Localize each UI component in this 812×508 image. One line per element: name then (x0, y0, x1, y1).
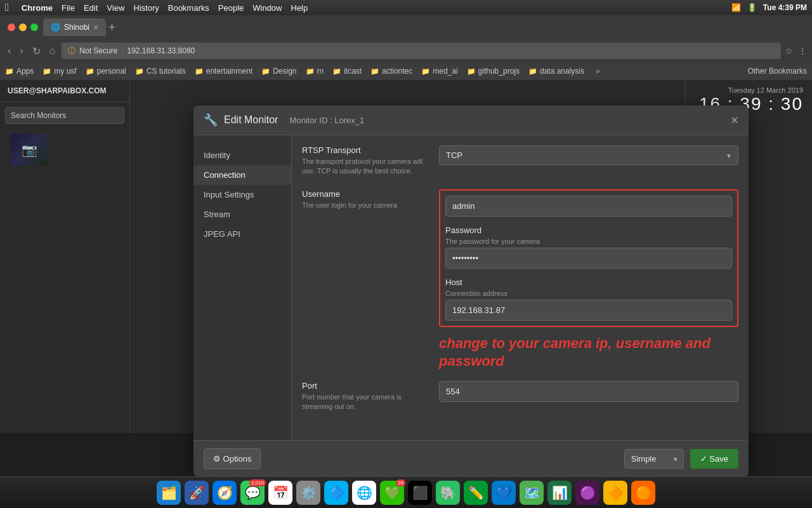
menubar-right: 📶 🔋 Tue 4:39 PM (731, 3, 807, 12)
options-button[interactable]: ⚙ Options (204, 448, 261, 469)
dock-skype[interactable]: 🔷 (324, 481, 348, 505)
dock-system-prefs[interactable]: ⚙️ (296, 481, 320, 505)
back-button[interactable]: ‹ (5, 44, 13, 58)
maximize-window-button[interactable] (30, 23, 38, 31)
bookmark-data[interactable]: 📁 data analysis (528, 67, 584, 76)
save-button[interactable]: ✓ Save (690, 449, 738, 469)
minimize-window-button[interactable] (19, 23, 27, 31)
bookmark-rn[interactable]: 📁 rn (306, 67, 324, 76)
bookmark-folder-icon: 📁 (370, 67, 379, 76)
bookmark-cs[interactable]: 📁 CS tutorials (135, 67, 186, 76)
host-input[interactable] (445, 300, 732, 321)
slack-icon: 🟣 (580, 485, 596, 500)
username-description: The user login for your camera (302, 201, 429, 210)
bookmark-myusf[interactable]: 📁 my usf (43, 67, 76, 76)
dock-excel[interactable]: 📊 (547, 481, 572, 505)
password-input[interactable] (445, 248, 732, 269)
bookmark-folder-icon: 📁 (5, 67, 14, 76)
dock-terminal[interactable]: ⬛ (408, 481, 432, 505)
url-separator: | (121, 46, 123, 55)
menu-edit[interactable]: Edit (84, 3, 98, 13)
dialog-title-group: 🔧 Edit Monitor Monitor ID : Lorex_1 (204, 113, 364, 127)
extensions-icon[interactable]: ⋮ (798, 46, 807, 56)
messages-badge: 2,010 (249, 479, 266, 486)
more-bookmarks[interactable]: » (596, 67, 600, 76)
close-window-button[interactable] (8, 23, 15, 31)
menu-file[interactable]: File (62, 3, 75, 13)
bookmark-apps[interactable]: 📁 Apps (5, 67, 34, 76)
tab-close-button[interactable]: × (93, 22, 98, 32)
wechat-badge: 39 (396, 479, 405, 486)
username-input[interactable] (445, 196, 732, 217)
star-icon[interactable]: ☆ (785, 46, 793, 56)
monitor-thumbnail[interactable]: 📷 (10, 134, 48, 166)
red-border-credentials: Password The password for your camera Ho… (439, 189, 738, 327)
menu-items: Chrome File Edit View History Bookmarks … (22, 3, 308, 13)
dock-messages[interactable]: 💬 2,010 (240, 481, 265, 505)
url-text[interactable]: 192.168.31.33:8080 (127, 46, 195, 55)
monitor-preview-image: 📷 (10, 134, 48, 166)
bookmark-github[interactable]: 📁 github_projs (467, 67, 520, 76)
system-prefs-icon: ⚙️ (301, 485, 317, 500)
finder-icon: 🗂️ (161, 485, 177, 500)
tab-favicon: 🌐 (51, 23, 60, 32)
menu-view[interactable]: View (107, 3, 124, 13)
menu-bookmarks[interactable]: Bookmarks (168, 3, 209, 13)
rtsp-description: The transport protocol your camera will … (302, 157, 429, 177)
bookmark-itcast[interactable]: 📁 itcast (332, 67, 362, 76)
port-label-group: Port Port number that your camera is str… (302, 381, 429, 412)
menu-chrome[interactable]: Chrome (22, 3, 53, 13)
bookmark-cs-label: CS tutorials (147, 67, 186, 76)
bookmark-actiontec[interactable]: 📁 actiontec (370, 67, 412, 76)
menu-people[interactable]: People (218, 3, 244, 13)
new-tab-button[interactable]: + (108, 21, 115, 34)
sublime-icon: 🟠 (636, 485, 652, 500)
menu-history[interactable]: History (133, 3, 159, 13)
dock-vscode[interactable]: 💙 (492, 481, 516, 505)
refresh-button[interactable]: ↻ (30, 44, 43, 58)
nav-item-identity[interactable]: Identity (193, 145, 291, 165)
nav-item-connection[interactable]: Connection (193, 165, 291, 185)
dock-launchpad[interactable]: 🚀 (185, 481, 209, 505)
dialog-body: Identity Connection Input Settings Strea… (193, 135, 749, 440)
dock-sketch[interactable]: 🔶 (603, 481, 627, 505)
dock-sublime[interactable]: 🟠 (631, 481, 655, 505)
forward-button[interactable]: › (17, 44, 25, 58)
password-desc-inline: The password for your camera (445, 237, 732, 245)
dialog-title-text: Edit Monitor (224, 114, 278, 126)
port-label: Port (302, 381, 429, 391)
rtsp-transport-select[interactable]: TCP UDP HTTP (439, 145, 738, 165)
dock-vim[interactable]: ✏️ (464, 481, 488, 505)
home-button[interactable]: ⌂ (47, 44, 58, 58)
mode-select[interactable]: Simple Advanced (624, 449, 684, 469)
dialog-close-button[interactable]: × (731, 114, 738, 126)
search-monitors-input[interactable]: Search Monitors (5, 107, 124, 124)
terminal-icon: ⬛ (412, 485, 428, 500)
dock-chrome[interactable]: 🌐 (352, 481, 376, 505)
menu-window[interactable]: Window (252, 3, 282, 13)
apple-menu[interactable]:  (5, 2, 9, 13)
bookmark-entertainment[interactable]: 📁 entertainment (195, 67, 252, 76)
wechat-icon: 💚 (384, 485, 400, 500)
address-bar[interactable]: ⓘ Not Secure | 192.168.31.33:8080 (62, 43, 781, 59)
nav-item-jpeg-api[interactable]: JPEG API (193, 224, 291, 244)
bookmark-medai[interactable]: 📁 med_ai (421, 67, 457, 76)
chrome-icon: 🌐 (357, 485, 372, 500)
bookmark-other[interactable]: Other Bookmarks (748, 67, 807, 76)
dock-calendar[interactable]: 📅 (268, 481, 292, 505)
calendar-icon: 📅 (273, 485, 289, 500)
nav-item-stream[interactable]: Stream (193, 204, 291, 224)
port-input[interactable] (439, 381, 738, 402)
dock-slack[interactable]: 🟣 (575, 481, 599, 505)
bookmark-design[interactable]: 📁 Design (261, 67, 296, 76)
dock-wechat[interactable]: 💚 39 (380, 481, 404, 505)
dock: 🗂️ 🚀 🧭 💬 2,010 📅 ⚙️ 🔷 🌐 💚 39 ⬛ 🐘 ✏️ 💙 🗺️ (0, 476, 812, 508)
bookmark-personal[interactable]: 📁 personal (86, 67, 126, 76)
active-tab[interactable]: 🌐 Shinobi × (43, 18, 106, 36)
dock-finder[interactable]: 🗂️ (157, 481, 181, 505)
dock-maps[interactable]: 🗺️ (520, 481, 544, 505)
dock-safari[interactable]: 🧭 (213, 481, 237, 505)
nav-item-input-settings[interactable]: Input Settings (193, 185, 291, 204)
menu-help[interactable]: Help (291, 3, 308, 13)
dock-evernote[interactable]: 🐘 (436, 481, 460, 505)
